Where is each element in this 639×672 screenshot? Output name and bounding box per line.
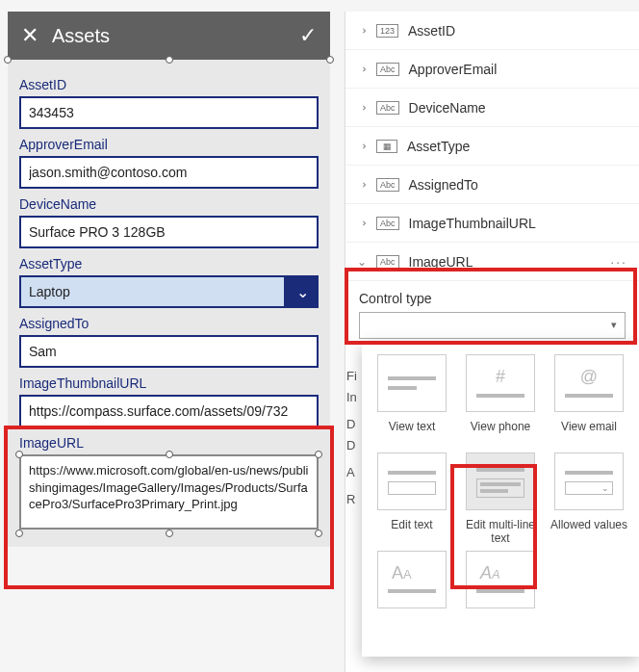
resize-handle[interactable] — [315, 451, 322, 458]
assettype-select[interactable]: ⌄ — [19, 275, 319, 308]
type-icon: ▦ — [376, 140, 397, 153]
imageurl-textarea[interactable] — [19, 454, 319, 530]
field-name: AssignedTo — [409, 177, 627, 193]
chevron-icon[interactable]: ⌄ — [355, 65, 369, 74]
assettype-label: AssetType — [19, 256, 319, 271]
type-icon: Abc — [376, 101, 399, 115]
type-icon: Abc — [376, 255, 399, 269]
tile-view-text[interactable]: View text — [371, 354, 453, 449]
field-row-assettype[interactable]: ⌄▦AssetType — [345, 127, 639, 166]
assetid-input[interactable] — [19, 96, 319, 129]
field-name: AssetType — [407, 139, 627, 154]
form-header: ✕ Assets ✓ — [8, 12, 330, 60]
form-preview-panel: ✕ Assets ✓ AssetID ApproverEmail DeviceN… — [8, 12, 330, 547]
chevron-icon[interactable]: ⌄ — [355, 26, 369, 36]
field-row-imageurl[interactable]: ⌄AbcImageURL··· — [345, 243, 639, 281]
tile-allowed-values[interactable]: ⌄ Allowed values — [548, 452, 630, 547]
panel-resize-handle[interactable] — [4, 56, 12, 64]
cutoff-labels: Fi In D D A R — [346, 366, 357, 511]
field-row-approveremail[interactable]: ⌄AbcApproverEmail — [345, 50, 639, 89]
tile-view-phone[interactable]: # View phone — [459, 354, 542, 449]
field-name: ImageThumbnailURL — [409, 216, 627, 231]
form-title: Assets — [52, 25, 299, 47]
chevron-icon[interactable]: ⌄ — [357, 255, 367, 269]
field-row-assetid[interactable]: ⌄123AssetID — [345, 12, 639, 50]
assetid-label: AssetID — [19, 77, 319, 92]
resize-handle[interactable] — [15, 451, 23, 458]
type-icon: Abc — [376, 63, 399, 76]
panel-resize-handle[interactable] — [166, 56, 173, 64]
chevron-icon[interactable]: ⌄ — [355, 142, 369, 151]
imageurl-label: ImageURL — [19, 435, 319, 451]
control-tiles: View text # View phone @ View email Edit… — [370, 354, 631, 645]
tile-view-email[interactable]: @ View email — [548, 354, 630, 449]
chevron-icon[interactable]: ⌄ — [355, 180, 369, 190]
assettype-value[interactable] — [19, 275, 286, 308]
resize-handle[interactable] — [166, 530, 173, 537]
tile-font-b[interactable]: AA — [459, 551, 542, 645]
assignedto-input[interactable] — [19, 335, 319, 368]
chevron-down-icon[interactable]: ⌄ — [286, 275, 319, 308]
thumb-label: ImageThumbnailURL — [19, 375, 319, 391]
field-name: AssetID — [408, 23, 627, 39]
submit-check-icon[interactable]: ✓ — [299, 23, 317, 48]
chevron-down-icon: ▾ — [611, 319, 617, 331]
field-name: ApproverEmail — [409, 62, 627, 77]
field-row-imagethumbnailurl[interactable]: ⌄AbcImageThumbnailURL — [345, 204, 639, 243]
chevron-icon[interactable]: ⌄ — [355, 219, 369, 228]
tile-font-a[interactable]: AA — [371, 551, 453, 645]
type-icon: 123 — [376, 24, 398, 38]
chevron-icon[interactable]: ⌄ — [355, 103, 369, 113]
resize-handle[interactable] — [315, 530, 322, 537]
assignedto-label: AssignedTo — [19, 316, 319, 331]
control-type-label: Control type — [345, 281, 639, 312]
resize-handle[interactable] — [15, 530, 23, 537]
field-row-devicename[interactable]: ⌄AbcDeviceName — [345, 89, 639, 127]
field-name: DeviceName — [409, 100, 627, 116]
approveremail-label: ApproverEmail — [19, 137, 319, 152]
resize-handle[interactable] — [166, 451, 173, 458]
form-body: AssetID ApproverEmail DeviceName AssetTy… — [8, 60, 330, 547]
devicename-input[interactable] — [19, 216, 319, 248]
control-type-popup: View text # View phone @ View email Edit… — [362, 343, 639, 657]
field-name: ImageURL — [409, 254, 611, 270]
type-icon: Abc — [376, 217, 399, 230]
type-icon: Abc — [376, 178, 399, 192]
tile-edit-text[interactable]: Edit text — [371, 452, 453, 547]
thumb-input[interactable] — [19, 395, 319, 427]
devicename-label: DeviceName — [19, 196, 319, 212]
control-type-select[interactable]: ▾ — [359, 312, 626, 339]
tile-edit-multiline[interactable]: Edit multi-line text — [459, 452, 542, 547]
field-list: ⌄123AssetID⌄AbcApproverEmail⌄AbcDeviceNa… — [345, 12, 639, 339]
panel-resize-handle[interactable] — [326, 56, 334, 64]
approveremail-input[interactable] — [19, 156, 319, 189]
more-icon[interactable]: ··· — [610, 254, 627, 270]
field-row-assignedto[interactable]: ⌄AbcAssignedTo — [345, 166, 639, 204]
close-icon[interactable]: ✕ — [21, 23, 38, 48]
